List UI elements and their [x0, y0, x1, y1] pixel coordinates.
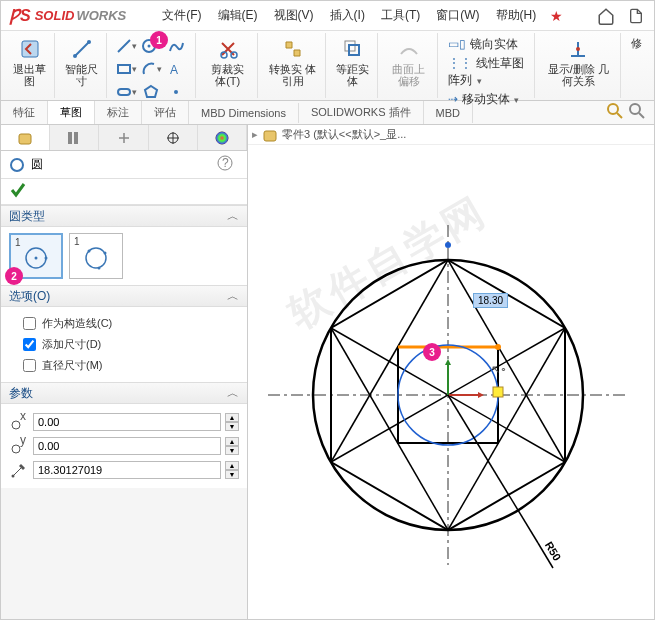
convert-button[interactable]: 转换实 体引用: [266, 35, 319, 89]
ribbon-group-dim: 智能尺 寸: [57, 33, 107, 98]
tab-features[interactable]: 特征: [1, 101, 48, 124]
exit-sketch-icon: [18, 37, 42, 61]
spline-tool[interactable]: [165, 35, 187, 57]
new-file-icon[interactable]: [626, 6, 646, 26]
panel-tab-display[interactable]: [99, 125, 148, 150]
diameter-label: 直径尺寸(M): [42, 358, 103, 373]
svg-point-2: [87, 40, 91, 44]
menu-insert[interactable]: 插入(I): [324, 5, 371, 26]
panel-tab-config[interactable]: [50, 125, 99, 150]
construction-checkbox[interactable]: [23, 317, 36, 330]
expand-icon[interactable]: ▸: [252, 128, 258, 141]
circle-type-options: 1 2 1: [9, 233, 239, 279]
add-dim-checkbox[interactable]: [23, 338, 36, 351]
polygon-tool[interactable]: [140, 81, 162, 103]
param-cx-row: x ▲▼: [9, 410, 239, 434]
section-type-header[interactable]: 圆类型 ︿: [1, 205, 247, 227]
confirm-check-icon[interactable]: [9, 181, 27, 202]
trim-icon: [216, 37, 240, 61]
dimension-readout: 18.30: [473, 293, 508, 308]
search-icon[interactable]: [606, 102, 624, 123]
type-label: 1: [74, 236, 80, 247]
tab-evaluate[interactable]: 评估: [142, 101, 189, 124]
tab-sketch[interactable]: 草图: [48, 101, 95, 124]
point-tool[interactable]: [165, 81, 187, 103]
svg-rect-60: [493, 387, 503, 397]
cy-input[interactable]: [33, 437, 221, 455]
annotation-2: 2: [5, 267, 23, 285]
panel-tab-feature[interactable]: [1, 125, 50, 150]
menu-file[interactable]: 文件(F): [156, 5, 207, 26]
cx-spinner[interactable]: ▲▼: [225, 413, 239, 431]
cy-spinner[interactable]: ▲▼: [225, 437, 239, 455]
cx-input[interactable]: [33, 413, 221, 431]
diameter-checkbox[interactable]: [23, 359, 36, 372]
svg-point-22: [216, 132, 228, 144]
circle-tool[interactable]: ▾1: [140, 35, 162, 57]
offset-button[interactable]: 等距实 体: [334, 35, 371, 89]
menu-window[interactable]: 窗口(W): [430, 5, 485, 26]
ribbon-group-pattern: ▭▯ 镜向实体 ⋮⋮ 线性草图阵列 ▾ ⇢ 移动实体 ▾: [440, 33, 534, 98]
repair-label: 修: [631, 37, 642, 49]
relations-button[interactable]: 显示/删除 几何关系: [543, 35, 614, 89]
surface-offset-label: 曲面上 偏移: [388, 63, 429, 87]
tab-addins[interactable]: SOLIDWORKS 插件: [299, 101, 424, 124]
menu-view[interactable]: 视图(V): [268, 5, 320, 26]
smart-dimension-icon: [70, 37, 94, 61]
svg-point-30: [88, 250, 91, 253]
svg-point-59: [495, 344, 501, 350]
repair-button[interactable]: 修: [629, 35, 644, 51]
help-icon[interactable]: ?: [217, 155, 239, 174]
offset-label: 等距实 体: [336, 63, 369, 87]
mirror-button[interactable]: ▭▯ 镜向实体: [446, 35, 519, 54]
sketch-area[interactable]: 软件自学网: [248, 145, 654, 619]
logo-ds-icon: ǷS: [9, 6, 31, 25]
arc-tool[interactable]: ▾: [140, 58, 162, 80]
section-type-label: 圆类型: [9, 208, 45, 225]
option-diameter: 直径尺寸(M): [9, 355, 239, 376]
section-parameters: 参数 ︿ x ▲▼ y ▲▼ ▲▼: [1, 382, 247, 488]
part-icon: [262, 127, 278, 143]
exit-sketch-button[interactable]: 退出草 图: [11, 35, 48, 89]
home-icon[interactable]: [596, 6, 616, 26]
svg-point-15: [608, 104, 618, 114]
ribbon-group-sketch: 退出草 图: [5, 33, 55, 98]
surface-offset-button[interactable]: 曲面上 偏移: [386, 35, 431, 89]
chevron-up-icon: ︿: [227, 208, 239, 225]
smart-dimension-button[interactable]: 智能尺 寸: [63, 35, 100, 89]
tab-mbd-dim[interactable]: MBD Dimensions: [189, 103, 299, 123]
svg-marker-8: [145, 86, 157, 97]
svg-rect-13: [349, 45, 359, 55]
tab-annotate[interactable]: 标注: [95, 101, 142, 124]
circle-type-perimeter[interactable]: 1: [69, 233, 123, 279]
move-button[interactable]: ⇢ 移动实体 ▾: [446, 90, 520, 109]
svg-point-27: [35, 257, 38, 260]
section-params-header[interactable]: 参数 ︿: [1, 382, 247, 404]
menu-edit[interactable]: 编辑(E): [212, 5, 264, 26]
line-tool[interactable]: ▾: [115, 35, 137, 57]
svg-point-14: [576, 47, 580, 51]
option-construction: 作为构造线(C): [9, 313, 239, 334]
ribbon-group-draw: ▾ ▾1 ▾ ▾ A ▾: [109, 33, 196, 98]
panel-tab-appearance[interactable]: [198, 125, 247, 150]
graphics-area[interactable]: ▸ 零件3 (默认<<默认>_显... 软件自学网: [248, 125, 654, 619]
rectangle-tool[interactable]: ▾: [115, 58, 137, 80]
panel-tab-origin[interactable]: [149, 125, 198, 150]
svg-rect-19: [74, 132, 78, 144]
param-radius-row: ▲▼: [9, 458, 239, 482]
menu-star-icon[interactable]: ★: [550, 8, 563, 24]
text-tool[interactable]: A: [165, 58, 187, 80]
circle-type-center[interactable]: 1 2: [9, 233, 63, 279]
linear-pattern-button[interactable]: ⋮⋮ 线性草图阵列 ▾: [446, 54, 527, 90]
radius-input[interactable]: [33, 461, 221, 479]
section-options-header[interactable]: 选项(O) ︿: [1, 285, 247, 307]
menu-help[interactable]: 帮助(H): [490, 5, 543, 26]
slot-tool[interactable]: ▾: [115, 81, 137, 103]
menu-tools[interactable]: 工具(T): [375, 5, 426, 26]
menubar: 文件(F) 编辑(E) 视图(V) 插入(I) 工具(T) 窗口(W) 帮助(H…: [156, 5, 563, 26]
trim-button[interactable]: 剪裁实 体(T): [204, 35, 251, 89]
search-alt-icon[interactable]: [628, 102, 646, 123]
radius-spinner[interactable]: ▲▼: [225, 461, 239, 479]
svg-marker-55: [445, 359, 451, 365]
surface-offset-icon: [397, 37, 421, 61]
